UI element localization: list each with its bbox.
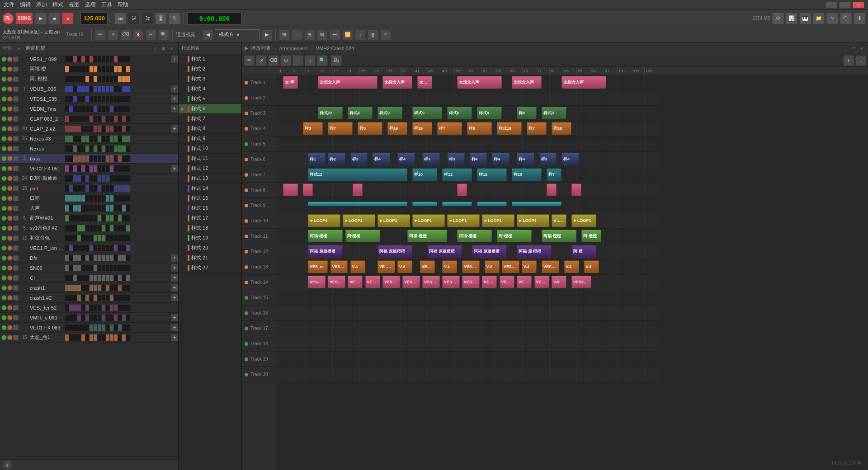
arr-tool4[interactable]: ⊙ bbox=[280, 55, 291, 66]
ch-step[interactable] bbox=[118, 195, 122, 202]
ch-step[interactable] bbox=[102, 235, 105, 241]
ch-mute-btn[interactable] bbox=[1, 96, 7, 102]
clip-block[interactable] bbox=[442, 202, 472, 206]
ch-step[interactable] bbox=[65, 165, 69, 172]
clip-block[interactable]: 样12 bbox=[477, 168, 507, 181]
track-row[interactable]: 阿福 原版橙橙阿福 原版橙橙阿福 原版橙橙阿福 原版橙橙阿福 原·橙橙阿·橙 bbox=[278, 244, 658, 259]
ch-step[interactable] bbox=[94, 76, 97, 82]
ch-solo-btn[interactable] bbox=[7, 156, 13, 161]
ch-step[interactable] bbox=[69, 245, 73, 251]
track-label-item[interactable]: Track 12 bbox=[242, 244, 278, 259]
ch-step[interactable] bbox=[65, 116, 69, 122]
arr-max-btn[interactable]: □ bbox=[850, 45, 857, 52]
ch-step[interactable] bbox=[73, 245, 77, 251]
clip-block[interactable]: V.4 bbox=[442, 260, 457, 273]
track-row[interactable]: 样1样2样3样4样4样3样3样4样4样4样3样4 bbox=[278, 152, 658, 167]
channel-row[interactable]: 5 葫芦丝#01 bbox=[0, 213, 178, 223]
arr-snap-btn[interactable]: 磁 bbox=[331, 55, 342, 66]
arr-close-btn[interactable]: × bbox=[858, 45, 865, 52]
ch-step[interactable] bbox=[77, 305, 81, 311]
ch-step[interactable] bbox=[85, 205, 89, 212]
ch-step[interactable] bbox=[77, 255, 81, 261]
ch-step[interactable] bbox=[85, 175, 89, 182]
ch-step[interactable] bbox=[110, 334, 113, 341]
ch-step[interactable] bbox=[102, 116, 105, 122]
ch-step[interactable] bbox=[90, 195, 93, 202]
ch-step[interactable] bbox=[102, 285, 105, 291]
ch-step[interactable] bbox=[81, 265, 85, 271]
ch-step[interactable] bbox=[77, 146, 81, 152]
ch-step[interactable] bbox=[118, 225, 122, 231]
channel-row[interactable]: 25 Nexus #3 bbox=[0, 134, 178, 144]
ch-step[interactable] bbox=[114, 195, 118, 202]
channel-row[interactable]: 15 太想_包1 + bbox=[0, 333, 178, 343]
ch-step[interactable] bbox=[118, 255, 122, 261]
ch-step[interactable] bbox=[77, 215, 81, 221]
ch-step[interactable] bbox=[102, 215, 105, 221]
clip-block[interactable]: 样7 bbox=[527, 122, 547, 135]
ch-add-btn[interactable]: + bbox=[171, 334, 178, 341]
ch-step[interactable] bbox=[122, 235, 126, 241]
ch-step[interactable] bbox=[126, 146, 130, 152]
ch-step[interactable] bbox=[77, 185, 81, 192]
ch-step[interactable] bbox=[85, 185, 89, 192]
ch-step[interactable] bbox=[69, 136, 73, 142]
ch-step[interactable] bbox=[118, 315, 122, 321]
ch-step[interactable] bbox=[90, 255, 93, 261]
pattern-item[interactable]: 样式 8 bbox=[179, 124, 241, 134]
ruler-mark[interactable]: 37 bbox=[400, 67, 414, 75]
track-label-item[interactable]: Track 19 bbox=[242, 352, 278, 367]
ch-solo-btn[interactable] bbox=[7, 176, 13, 181]
ruler-mark[interactable]: 53 bbox=[454, 67, 468, 75]
ch-step[interactable] bbox=[122, 265, 126, 271]
clip-block[interactable]: 样式9 bbox=[377, 107, 402, 119]
pattern-item[interactable]: 样式 3 bbox=[179, 74, 241, 84]
ch-step[interactable] bbox=[110, 155, 113, 162]
ch-step[interactable] bbox=[118, 185, 122, 192]
track-label-item[interactable]: Track 5 bbox=[242, 136, 278, 152]
ch-step[interactable] bbox=[77, 86, 81, 92]
ruler-mark[interactable]: 65 bbox=[495, 67, 509, 75]
track-row[interactable] bbox=[278, 136, 658, 152]
ch-mute-btn[interactable] bbox=[1, 315, 7, 320]
ch-step[interactable] bbox=[102, 86, 105, 92]
ch-step[interactable] bbox=[90, 165, 93, 172]
ch-add-btn[interactable]: + bbox=[171, 264, 178, 272]
clip-block[interactable]: V.4 bbox=[584, 260, 599, 273]
ch-step[interactable] bbox=[94, 275, 97, 281]
arr-tool5[interactable]: ⋯ bbox=[292, 55, 303, 66]
ch-step[interactable] bbox=[94, 255, 97, 261]
ch-add-btn[interactable]: + bbox=[171, 284, 178, 291]
ch-select-btn[interactable] bbox=[13, 265, 19, 271]
channel-row[interactable]: crash1 #2 + bbox=[0, 293, 178, 303]
track-row[interactable] bbox=[278, 367, 658, 382]
ch-step[interactable] bbox=[118, 265, 122, 271]
pattern-item[interactable]: 样式 1 bbox=[179, 54, 241, 64]
clip-block[interactable]: ►LOOP1 bbox=[377, 214, 410, 227]
clip-block[interactable]: VES_er bbox=[542, 260, 559, 273]
ch-step[interactable] bbox=[73, 136, 77, 142]
menu-item-file[interactable]: 文件 bbox=[4, 1, 14, 9]
ch-step[interactable] bbox=[90, 275, 93, 281]
ch-step[interactable] bbox=[90, 265, 93, 271]
ch-step[interactable] bbox=[118, 146, 122, 152]
ch-step[interactable] bbox=[85, 76, 89, 82]
clip-block[interactable]: 样3 bbox=[350, 153, 368, 165]
channel-row[interactable]: 2 bass bbox=[0, 154, 178, 164]
ch-step[interactable] bbox=[110, 285, 113, 291]
pattern-item[interactable]: 样式 20 bbox=[179, 243, 241, 253]
ch-step[interactable] bbox=[85, 215, 89, 221]
ch-step[interactable] bbox=[77, 195, 81, 202]
ch-solo-btn[interactable] bbox=[7, 166, 13, 171]
ch-select-btn[interactable] bbox=[13, 226, 19, 231]
ch-step[interactable] bbox=[77, 315, 81, 321]
pattern-item[interactable]: 样式 19 bbox=[179, 233, 241, 243]
channel-btn3[interactable]: ⊟ bbox=[304, 29, 315, 40]
ch-solo-btn[interactable] bbox=[7, 146, 13, 151]
ch-step[interactable] bbox=[69, 255, 73, 261]
ch-step[interactable] bbox=[69, 175, 73, 182]
ch-step[interactable] bbox=[90, 76, 93, 82]
ch-step[interactable] bbox=[106, 76, 109, 82]
clip-block[interactable]: 样4 bbox=[492, 153, 509, 165]
clip-block[interactable]: 样10 bbox=[512, 168, 542, 181]
